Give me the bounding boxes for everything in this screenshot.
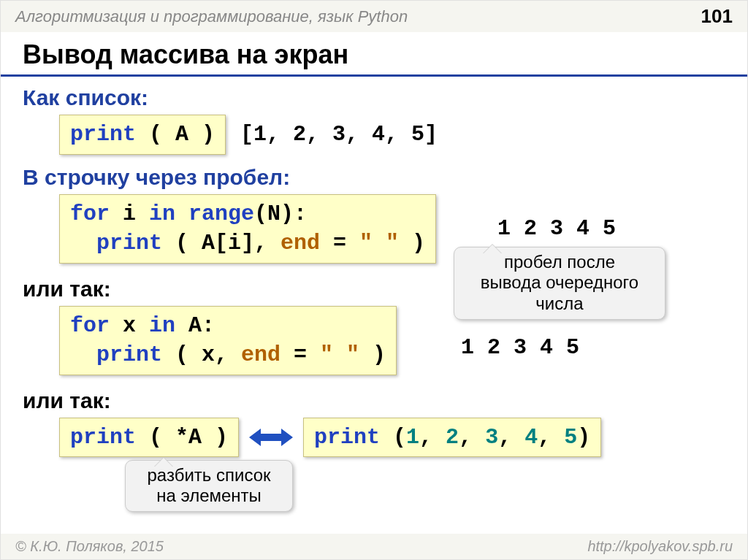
footer-url: http://kpolyakov.spb.ru (587, 538, 733, 555)
heading-as-list: Как список: (23, 85, 725, 110)
code-print-a: print ( A ) (59, 115, 226, 155)
output-12345-b: 1 2 3 4 5 (461, 335, 579, 360)
page-title: Вывод массива на экран (1, 32, 747, 77)
heading-space: В строчку через пробел: (23, 165, 725, 190)
double-arrow-icon (249, 426, 293, 448)
callout-space: пробел после вывода очередного числа (454, 247, 665, 320)
content: Как список: print ( A ) [1, 2, 3, 4, 5] … (1, 77, 747, 457)
slide-footer: © К.Ю. Поляков, 2015 http://kpolyakov.sp… (1, 534, 747, 559)
svg-marker-0 (249, 429, 293, 446)
heading-or2: или так: (23, 388, 725, 413)
breadcrumb: Алгоритмизация и программирование, язык … (15, 7, 408, 26)
callout-split: разбить список на элементы (125, 460, 293, 513)
slide-header: Алгоритмизация и программирование, язык … (1, 1, 747, 32)
copyright: © К.Ю. Поляков, 2015 (15, 538, 164, 555)
page-number: 101 (701, 5, 733, 28)
output-list: [1, 2, 3, 4, 5] (240, 122, 438, 147)
code-for-x: for x in A: print ( x, end = " " ) (59, 306, 397, 375)
code-print-expanded: print (1, 2, 3, 4, 5) (303, 418, 601, 458)
example-2: for i in range(N): print ( A[i], end = "… (59, 194, 725, 264)
code-for-range: for i in range(N): print ( A[i], end = "… (59, 194, 436, 264)
example-1: print ( A ) [1, 2, 3, 4, 5] (59, 115, 725, 155)
output-12345-a: 1 2 3 4 5 (497, 216, 616, 241)
code-print-star: print ( *A ) (59, 418, 239, 458)
example-4: print ( *A ) print (1, 2, 3, 4, 5) разби… (59, 418, 725, 458)
